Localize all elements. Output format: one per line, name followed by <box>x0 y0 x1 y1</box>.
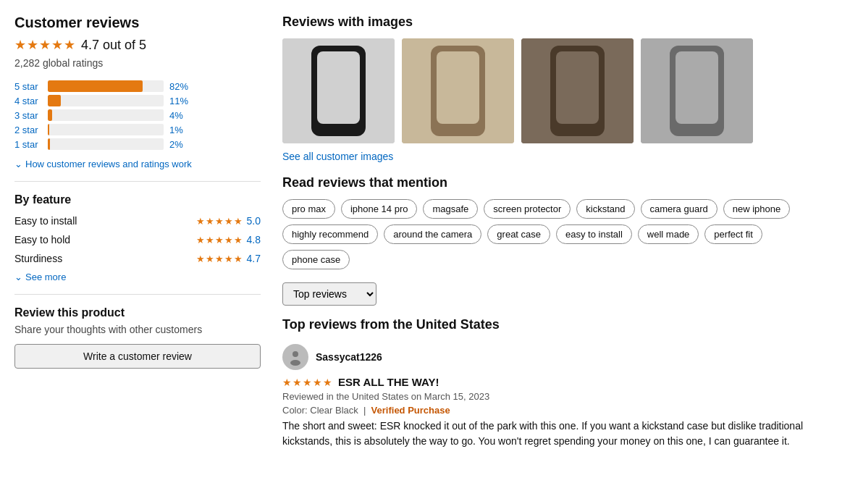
star-5: ★ <box>64 37 75 53</box>
bar-track <box>48 80 164 92</box>
review-tag[interactable]: new iphone <box>723 199 791 219</box>
bar-row: 5 star 82% <box>14 80 261 92</box>
chevron-down-icon: ⌄ <box>14 159 22 169</box>
see-all-images-link[interactable]: See all customer images <box>282 151 836 162</box>
review-tag[interactable]: highly recommend <box>282 224 378 244</box>
reviewer-name: Sassycat1226 <box>316 351 382 363</box>
bar-pct[interactable]: 82% <box>169 81 191 92</box>
bar-fill <box>48 109 52 121</box>
right-panel: Reviews with images See all customer ima… <box>282 14 836 490</box>
customer-reviews-title: Customer reviews <box>14 14 261 31</box>
left-panel: Customer reviews ★ ★ ★ ★ ★ 4.7 out of 5 … <box>14 14 261 490</box>
star-4: ★ <box>51 37 63 53</box>
feature-stars: ★★★★★ <box>196 253 243 264</box>
feature-star: ★ <box>196 253 205 264</box>
feature-star: ★ <box>234 235 243 245</box>
review-star: ★ <box>282 377 292 388</box>
review-star: ★ <box>293 377 302 388</box>
review-tag[interactable]: kickstand <box>576 199 634 219</box>
review-tag[interactable]: well made <box>638 224 699 244</box>
bar-pct[interactable]: 2% <box>169 139 191 150</box>
share-text: Share your thoughts with other customers <box>14 324 261 335</box>
feature-star: ★ <box>234 253 243 264</box>
review-star: ★ <box>303 377 312 388</box>
feature-star: ★ <box>224 253 233 264</box>
bar-row: 2 star 1% <box>14 124 261 135</box>
star-1: ★ <box>14 37 26 53</box>
see-more-link[interactable]: ⌄ See more <box>14 272 261 282</box>
feature-score: 5.0 <box>247 215 261 227</box>
chevron-down-icon-2: ⌄ <box>14 272 22 282</box>
feature-name: Sturdiness <box>14 253 62 264</box>
bar-label[interactable]: 1 star <box>14 139 42 150</box>
review-image[interactable] <box>641 38 753 143</box>
global-ratings: 2,282 global ratings <box>14 57 261 69</box>
review-star: ★ <box>323 377 332 388</box>
avatar <box>282 344 308 370</box>
review-tag[interactable]: around the camera <box>384 224 481 244</box>
bar-pct[interactable]: 4% <box>169 110 191 121</box>
feature-star: ★ <box>196 235 205 245</box>
review-tag[interactable]: phone case <box>282 250 350 269</box>
feature-row: Easy to install ★★★★★ 5.0 <box>14 215 261 227</box>
feature-star: ★ <box>224 235 233 245</box>
feature-star: ★ <box>215 235 224 245</box>
write-review-button[interactable]: Write a customer review <box>14 344 261 369</box>
bar-label[interactable]: 3 star <box>14 110 42 121</box>
review-meta: Reviewed in the United States on March 1… <box>282 391 836 402</box>
review-tag[interactable]: magsafe <box>423 199 478 219</box>
divider-2 <box>14 294 261 295</box>
review-image[interactable] <box>402 38 514 143</box>
review-tag[interactable]: screen protector <box>484 199 571 219</box>
by-feature-title: By feature <box>14 193 261 206</box>
feature-star: ★ <box>206 253 214 264</box>
svg-point-0 <box>293 351 298 357</box>
feature-score: 4.7 <box>247 253 261 264</box>
rating-row: ★ ★ ★ ★ ★ 4.7 out of 5 <box>14 37 261 53</box>
sort-select[interactable]: Top reviews Most recent <box>282 282 376 306</box>
feature-right: ★★★★★ 4.7 <box>196 253 261 264</box>
review-tags: pro maxiphone 14 promagsafescreen protec… <box>282 199 836 269</box>
bar-row: 4 star 11% <box>14 95 261 106</box>
bar-label[interactable]: 5 star <box>14 81 42 92</box>
feature-star: ★ <box>206 216 214 227</box>
read-reviews-title: Read reviews that mention <box>282 175 836 190</box>
color-info: Color: Clear Black <box>282 405 358 416</box>
feature-name: Easy to hold <box>14 234 70 245</box>
review-tag[interactable]: pro max <box>282 199 335 219</box>
rating-bars: 5 star 82% 4 star 11% 3 star 4% 2 star 1… <box>14 80 261 150</box>
feature-star: ★ <box>196 216 205 227</box>
feature-row: Easy to hold ★★★★★ 4.8 <box>14 234 261 245</box>
feature-stars: ★★★★★ <box>196 216 243 227</box>
review-tag[interactable]: great case <box>487 224 550 244</box>
page-container: Customer reviews ★ ★ ★ ★ ★ 4.7 out of 5 … <box>0 0 850 504</box>
review-product-title: Review this product <box>14 306 261 319</box>
review-tag[interactable]: iphone 14 pro <box>341 199 418 219</box>
bar-track <box>48 138 164 150</box>
review-tag[interactable]: perfect fit <box>704 224 762 244</box>
divider-1 <box>14 181 261 182</box>
bar-label[interactable]: 2 star <box>14 125 42 135</box>
review-image[interactable] <box>521 38 634 143</box>
review-tag[interactable]: easy to install <box>556 224 632 244</box>
review-images-row <box>282 38 836 143</box>
overall-stars: ★ ★ ★ ★ ★ <box>14 37 75 53</box>
bar-fill <box>48 138 50 150</box>
bar-pct[interactable]: 11% <box>169 96 191 106</box>
how-reviews-link[interactable]: ⌄ How customer reviews and ratings work <box>14 159 261 169</box>
review-image[interactable] <box>282 38 395 143</box>
reviews-with-images-title: Reviews with images <box>282 14 836 30</box>
feature-star: ★ <box>224 216 233 227</box>
bar-label[interactable]: 4 star <box>14 96 42 106</box>
feature-right: ★★★★★ 4.8 <box>196 234 261 245</box>
verified-badge: Verified Purchase <box>371 405 450 416</box>
review-tag[interactable]: camera guard <box>641 199 718 219</box>
top-reviews-title: Top reviews from the United States <box>282 317 836 332</box>
feature-star: ★ <box>206 235 214 245</box>
review-title: ESR ALL THE WAY! <box>338 376 439 388</box>
bar-track <box>48 109 164 121</box>
review-title-row: ★★★★★ ESR ALL THE WAY! <box>282 376 836 388</box>
bar-pct[interactable]: 1% <box>169 125 191 135</box>
review-body: The short and sweet: ESR knocked it out … <box>282 419 836 449</box>
feature-star: ★ <box>215 253 224 264</box>
